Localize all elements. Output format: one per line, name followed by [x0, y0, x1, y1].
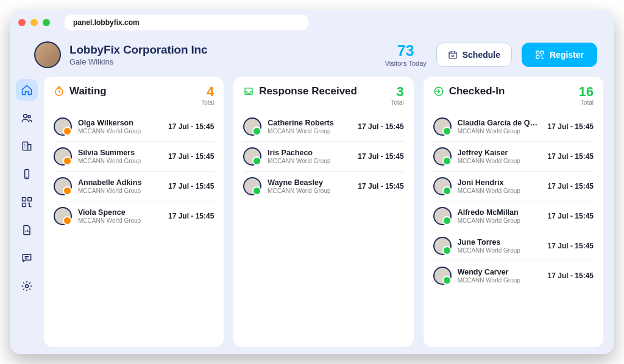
column-total-label: Total — [391, 99, 404, 106]
window-controls — [18, 19, 50, 26]
header-right: 73 Visitors Today 31 Schedule Register — [385, 43, 597, 67]
visitor-avatar — [433, 147, 452, 166]
column-header: Waiting4Total — [54, 85, 214, 106]
visitor-row[interactable]: Olga WilkersonMCCANN World Group17 Jul -… — [54, 112, 214, 141]
home-icon — [21, 84, 33, 96]
svg-rect-4 — [536, 55, 539, 58]
visitor-row[interactable]: Silvia SummersMCCANN World Group17 Jul -… — [54, 141, 214, 171]
column-title-wrap: Waiting — [54, 85, 107, 97]
svg-text:31: 31 — [451, 54, 455, 58]
column-waiting: Waiting4TotalOlga WilkersonMCCANN World … — [44, 77, 224, 347]
visitor-company: MCCANN World Group — [458, 128, 542, 135]
visitor-row[interactable]: Catherine RobertsMCCANN World Group17 Ju… — [243, 112, 403, 141]
people-icon — [21, 112, 33, 124]
gear-icon — [21, 280, 33, 292]
visitor-name: Claudia García de Quevedo — [458, 119, 542, 127]
nav-reports[interactable] — [16, 219, 38, 241]
svg-rect-7 — [23, 142, 27, 150]
visitor-time: 17 Jul - 15:45 — [548, 212, 594, 220]
visitor-avatar — [54, 177, 72, 195]
column-count-wrap: 4Total — [201, 85, 214, 106]
visitor-row[interactable]: Claudia García de QuevedoMCCANN World Gr… — [433, 112, 594, 141]
visitor-company: MCCANN World Group — [268, 158, 352, 164]
visitor-time: 17 Jul - 15:45 — [168, 212, 214, 220]
visitor-name: Silvia Summers — [78, 149, 162, 157]
visitor-info: Catherine RobertsMCCANN World Group — [268, 119, 352, 135]
column-count: 16 — [579, 85, 594, 99]
org-avatar[interactable] — [34, 41, 61, 68]
column-count: 3 — [391, 85, 404, 99]
visitor-row[interactable]: Annabelle AdkinsMCCANN World Group17 Jul… — [54, 171, 214, 201]
nav-building[interactable] — [16, 135, 38, 157]
svg-rect-10 — [28, 198, 32, 201]
sidebar — [10, 77, 44, 347]
visitor-list: Claudia García de QuevedoMCCANN World Gr… — [433, 112, 594, 290]
visitors-today: 73 Visitors Today — [385, 43, 427, 67]
visitor-avatar — [433, 237, 452, 255]
building-icon — [21, 140, 33, 152]
svg-point-6 — [28, 115, 30, 117]
column-title: Checked-In — [449, 85, 505, 97]
register-label: Register — [550, 50, 584, 60]
visitor-avatar — [54, 117, 72, 136]
visitor-row[interactable]: Wendy CarverMCCANN World Group17 Jul - 1… — [433, 261, 594, 290]
nav-chat[interactable] — [16, 247, 38, 269]
svg-point-5 — [24, 114, 27, 118]
org-name: LobbyFix Corporation Inc — [69, 43, 207, 57]
visitor-company: MCCANN World Group — [78, 217, 162, 224]
schedule-label: Schedule — [463, 50, 500, 60]
visitor-info: Iris PachecoMCCANN World Group — [268, 149, 352, 164]
column-title: Waiting — [69, 85, 107, 97]
column-count: 4 — [201, 85, 214, 99]
nav-home[interactable] — [16, 79, 38, 101]
register-button[interactable]: Register — [522, 43, 597, 67]
visitor-info: June TorresMCCANN World Group — [458, 238, 542, 254]
visitor-name: Alfredo McMillan — [458, 208, 542, 217]
calendar-icon: 31 — [448, 50, 458, 60]
maximize-window-button[interactable] — [43, 19, 50, 26]
visitor-info: Wayne BeasleyMCCANN World Group — [268, 178, 352, 194]
nav-qr[interactable] — [16, 191, 38, 213]
visitor-time: 17 Jul - 15:45 — [168, 122, 214, 131]
visitor-time: 17 Jul - 15:45 — [548, 271, 594, 280]
minimize-window-button[interactable] — [30, 19, 38, 26]
visitor-avatar — [243, 147, 261, 166]
schedule-button[interactable]: 31 Schedule — [436, 43, 512, 67]
titlebar: panel.lobbyfix.com — [10, 10, 614, 35]
visitor-time: 17 Jul - 15:45 — [358, 152, 403, 161]
visitor-time: 17 Jul - 15:45 — [548, 182, 594, 191]
visitor-company: MCCANN World Group — [458, 247, 542, 254]
visitor-time: 17 Jul - 15:45 — [548, 152, 594, 161]
nav-settings[interactable] — [16, 275, 38, 297]
visitor-row[interactable]: Alfredo McMillanMCCANN World Group17 Jul… — [433, 201, 594, 231]
nav-people[interactable] — [16, 107, 38, 129]
visitor-row[interactable]: Joni HendrixMCCANN World Group17 Jul - 1… — [433, 171, 594, 201]
column-count-wrap: 3Total — [391, 85, 404, 106]
column-header: Response Received3Total — [243, 85, 403, 106]
device-icon — [21, 168, 33, 180]
visitor-list: Olga WilkersonMCCANN World Group17 Jul -… — [54, 112, 214, 231]
visitor-row[interactable]: Wayne BeasleyMCCANN World Group17 Jul - … — [243, 171, 403, 201]
enter-icon — [433, 86, 444, 97]
visitor-time: 17 Jul - 15:45 — [168, 152, 214, 161]
app-window: panel.lobbyfix.com LobbyFix Corporation … — [10, 10, 614, 354]
nav-device[interactable] — [16, 163, 38, 185]
visitor-row[interactable]: June TorresMCCANN World Group17 Jul - 15… — [433, 231, 594, 261]
visitor-name: Wayne Beasley — [268, 178, 352, 187]
column-total-label: Total — [201, 99, 214, 106]
visitor-info: Annabelle AdkinsMCCANN World Group — [78, 178, 162, 194]
visitor-row[interactable]: Viola SpenceMCCANN World Group17 Jul - 1… — [54, 201, 214, 231]
visitor-info: Wendy CarverMCCANN World Group — [458, 268, 542, 284]
visitor-time: 17 Jul - 15:45 — [548, 242, 594, 250]
close-window-button[interactable] — [18, 19, 26, 26]
visitor-row[interactable]: Jeffrey KaiserMCCANN World Group17 Jul -… — [433, 141, 594, 171]
visitor-info: Claudia García de QuevedoMCCANN World Gr… — [458, 119, 542, 135]
svg-rect-2 — [536, 51, 539, 54]
url-bar[interactable]: panel.lobbyfix.com — [65, 15, 308, 30]
visitors-count: 73 — [385, 43, 427, 58]
body: Waiting4TotalOlga WilkersonMCCANN World … — [10, 77, 614, 347]
svg-rect-11 — [23, 203, 26, 207]
visitor-time: 17 Jul - 15:45 — [358, 122, 403, 131]
org-user: Gale Wilkins — [69, 57, 207, 66]
visitor-row[interactable]: Iris PachecoMCCANN World Group17 Jul - 1… — [243, 141, 403, 171]
